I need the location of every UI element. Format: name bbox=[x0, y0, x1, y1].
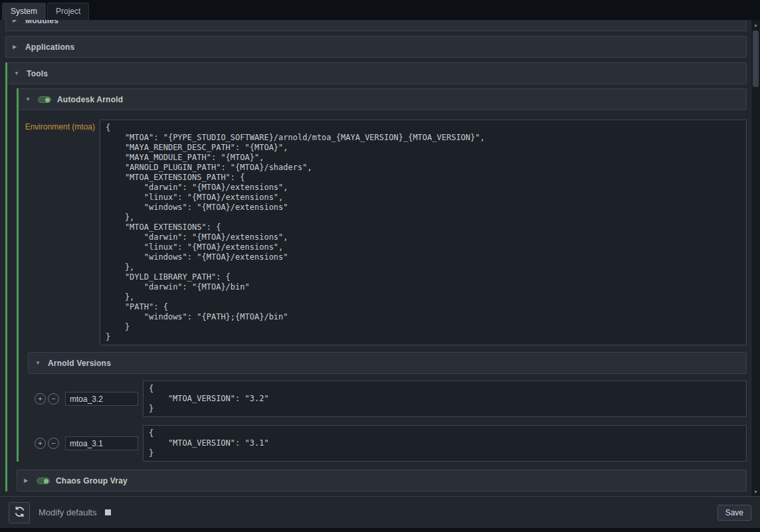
scrollbar-up-arrow-icon[interactable]: ▲ bbox=[751, 20, 760, 29]
collapse-arrow-icon: ▶ bbox=[24, 478, 31, 484]
modify-defaults-checkbox[interactable] bbox=[105, 509, 111, 515]
version-row: + − { "MTOA_VERSION": "3.2" } bbox=[28, 381, 747, 417]
section-modules-title: Modules bbox=[25, 20, 58, 25]
section-arnold-versions-header[interactable]: ▼ Arnold Versions bbox=[28, 352, 747, 374]
remove-version-button[interactable]: − bbox=[48, 438, 59, 449]
section-tools-header[interactable]: ▼ Tools bbox=[7, 62, 747, 84]
remove-version-button[interactable]: − bbox=[48, 393, 59, 404]
section-autodesk-arnold-title: Autodesk Arnold bbox=[57, 95, 123, 104]
collapse-arrow-icon: ▶ bbox=[13, 20, 19, 23]
scrollbar-track[interactable] bbox=[751, 29, 760, 487]
section-arnold-versions-title: Arnold Versions bbox=[48, 359, 111, 368]
section-applications: ▶ Applications bbox=[5, 36, 747, 58]
section-autodesk-arnold-header[interactable]: ▼ Autodesk Arnold bbox=[19, 88, 747, 110]
collapse-arrow-icon: ▶ bbox=[13, 44, 19, 50]
expand-arrow-icon: ▼ bbox=[35, 360, 42, 366]
expand-arrow-icon: ▼ bbox=[25, 96, 32, 102]
refresh-button[interactable] bbox=[9, 502, 30, 523]
section-modules-header[interactable]: ▶ Modules bbox=[5, 20, 747, 31]
settings-window: System Project ▶ Modules ▶ Applications … bbox=[0, 0, 760, 532]
section-modules: ▶ Modules bbox=[5, 20, 747, 31]
vertical-scrollbar[interactable]: ▲ ▼ bbox=[751, 20, 760, 496]
expand-arrow-icon: ▼ bbox=[14, 70, 21, 76]
version-key-input[interactable] bbox=[65, 392, 138, 406]
arnold-enabled-toggle[interactable] bbox=[38, 96, 51, 103]
section-tools-body: ▼ Autodesk Arnold Environment (mtoa) { "… bbox=[7, 84, 747, 491]
tab-project[interactable]: Project bbox=[47, 3, 89, 20]
section-autodesk-arnold: ▼ Autodesk Arnold Environment (mtoa) { "… bbox=[17, 88, 747, 462]
add-version-button[interactable]: + bbox=[35, 393, 46, 404]
settings-scroll-area: ▶ Modules ▶ Applications ▼ Tools bbox=[0, 20, 751, 496]
settings-content: ▶ Modules ▶ Applications ▼ Tools bbox=[0, 20, 760, 496]
version-json-editor[interactable]: { "MTOA_VERSION": "3.2" } bbox=[143, 381, 747, 417]
section-applications-title: Applications bbox=[25, 43, 74, 52]
version-json-editor[interactable]: { "MTOA_VERSION": "3.1" } bbox=[143, 425, 747, 462]
section-chaos-group-vray-header[interactable]: ▶ Chaos Group Vray bbox=[17, 470, 747, 491]
toggle-knob bbox=[44, 479, 48, 484]
toggle-knob bbox=[45, 98, 50, 102]
section-applications-header[interactable]: ▶ Applications bbox=[5, 36, 747, 58]
environment-json-editor[interactable]: { "MTOA": "{PYPE_STUDIO_SOFTWARE}/arnold… bbox=[100, 120, 747, 345]
environment-field-row: Environment (mtoa) { "MTOA": "{PYPE_STUD… bbox=[19, 120, 747, 345]
autodesk-arnold-body: Environment (mtoa) { "MTOA": "{PYPE_STUD… bbox=[19, 110, 747, 462]
version-row: + − { "MTOA_VERSION": "3.1" } bbox=[28, 425, 747, 462]
section-tools: ▼ Tools ▼ Autodesk Arnold Environment (m… bbox=[5, 62, 747, 491]
vray-enabled-toggle[interactable] bbox=[37, 478, 50, 484]
section-tools-title: Tools bbox=[27, 69, 48, 78]
section-chaos-group-vray-title: Chaos Group Vray bbox=[56, 476, 128, 486]
scrollbar-thumb[interactable] bbox=[753, 31, 759, 87]
scrollbar-down-arrow-icon[interactable]: ▼ bbox=[751, 487, 760, 496]
save-button[interactable]: Save bbox=[717, 505, 751, 521]
refresh-icon bbox=[14, 506, 25, 519]
modify-defaults-label: Modify defaults bbox=[39, 507, 96, 517]
footer-bar: Modify defaults Save bbox=[0, 496, 760, 528]
environment-field-label: Environment (mtoa) bbox=[19, 120, 100, 132]
tab-bar: System Project bbox=[0, 0, 760, 20]
tab-system[interactable]: System bbox=[2, 3, 46, 20]
version-key-input[interactable] bbox=[65, 436, 138, 450]
add-version-button[interactable]: + bbox=[35, 438, 46, 449]
section-arnold-versions: ▼ Arnold Versions + − { "MTOA_VERSION": … bbox=[28, 352, 747, 462]
